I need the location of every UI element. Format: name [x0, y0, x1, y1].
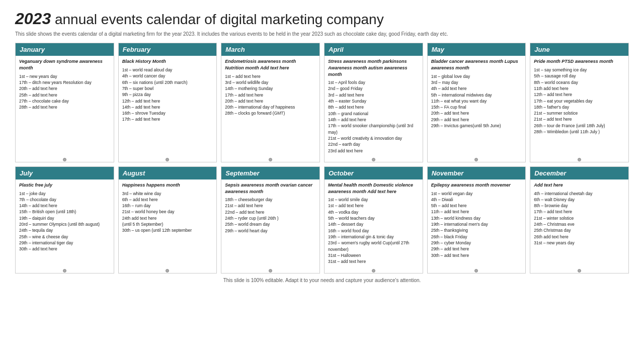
month-header: June	[530, 43, 628, 56]
month-header: November	[428, 167, 526, 179]
dot-row	[530, 156, 628, 162]
month-header: August	[119, 167, 217, 179]
month-events: 1st – global love day3rd – may day4th – …	[431, 73, 522, 129]
month-awareness: Add text here	[534, 182, 625, 189]
month-awareness: Pride month PTSD awareness month	[534, 58, 625, 65]
month-header: December	[530, 167, 628, 179]
month-awareness: Mental health month Domestic violence aw…	[328, 182, 419, 195]
month-card-april: AprilStress awareness month parkinsons A…	[324, 43, 423, 162]
month-header: February	[119, 43, 217, 56]
month-body: Black History Month1st – world read alou…	[119, 56, 217, 156]
month-awareness: Endometriosis awareness month Nutrition …	[225, 58, 316, 71]
month-events: 1st – add text here3rd – world wildlife …	[225, 73, 316, 117]
month-card-october: OctoberMental health month Domestic viol…	[324, 166, 423, 274]
month-body: Epilepsy awareness month movemer1st – wo…	[428, 179, 526, 267]
month-body: Mental health month Domestic violence aw…	[325, 179, 423, 267]
month-header: March	[221, 43, 319, 56]
month-awareness: Black History Month	[122, 58, 213, 65]
month-body: Plastic free july1st – joke day7th – cho…	[16, 179, 114, 267]
month-awareness: Epilepsy awareness month movemer	[431, 182, 522, 189]
month-card-march: MarchEndometriosis awareness month Nutri…	[221, 43, 320, 162]
dot-row	[16, 156, 114, 162]
month-card-may: MayBladder cancer awareness month Lupus …	[427, 43, 526, 162]
month-header: January	[16, 43, 114, 56]
month-events: 1st – say something ice day5th – sausage…	[534, 67, 625, 135]
dot-row	[221, 267, 319, 273]
month-card-november: NovemberEpilepsy awareness month movemer…	[427, 166, 526, 274]
month-body: Bladder cancer awareness month Lupus awa…	[428, 56, 526, 156]
month-header: May	[428, 43, 526, 56]
month-card-december: DecemberAdd text here4th – international…	[530, 166, 629, 274]
month-card-august: AugustHappiness happens month3rd – white…	[118, 166, 217, 274]
month-body: Happiness happens month3rd – white wine …	[119, 179, 217, 267]
month-body: Pride month PTSD awareness month1st – sa…	[530, 56, 628, 156]
month-body: Endometriosis awareness month Nutrition …	[221, 56, 319, 156]
month-header: September	[221, 167, 319, 179]
dot-icon	[166, 158, 169, 161]
dot-icon	[372, 269, 375, 273]
dot-row	[428, 267, 526, 273]
dot-row	[325, 267, 423, 273]
month-events: 1st – April fools day2nd – good Friday3r…	[328, 79, 419, 154]
month-awareness: Bladder cancer awareness month Lupus awa…	[431, 58, 522, 71]
dot-row	[119, 156, 217, 162]
dot-row	[428, 156, 526, 162]
dot-icon	[166, 269, 169, 273]
month-card-june: JunePride month PTSD awareness month1st …	[530, 43, 629, 162]
dot-icon	[474, 269, 478, 273]
month-header: April	[325, 43, 423, 56]
month-events: 1st – world smile day1st – add text here…	[328, 197, 419, 264]
dot-icon	[63, 269, 66, 273]
month-header: July	[16, 167, 114, 179]
month-events: 1st – world read aloud day4th – world ca…	[122, 67, 213, 123]
month-body: Sepsis awareness month ovarian cancer aw…	[221, 179, 319, 267]
dot-row	[16, 267, 114, 273]
dot-icon	[63, 158, 66, 161]
month-card-july: JulyPlastic free july1st – joke day7th –…	[15, 166, 114, 274]
calendar-grid: JanuaryVeganuary down syndrome awareness…	[15, 43, 629, 162]
month-awareness: Veganuary down syndrome awareness month	[19, 58, 110, 71]
dot-icon	[578, 269, 581, 273]
month-body: Stress awareness month parkinsons Awaren…	[325, 56, 423, 156]
month-body: Add text here4th – international cheetah…	[530, 179, 628, 267]
dot-icon	[578, 158, 581, 161]
dot-icon	[269, 158, 272, 161]
month-card-january: JanuaryVeganuary down syndrome awareness…	[15, 43, 114, 162]
month-awareness: Happiness happens month	[122, 182, 213, 189]
month-events: 1st – world vegan day4th – Diwali5th – a…	[431, 191, 522, 258]
month-awareness: Stress awareness month parkinsons Awaren…	[328, 58, 419, 77]
dot-icon	[372, 158, 375, 161]
month-events: 18th – cheeseburger day21st – add text h…	[225, 197, 316, 234]
month-awareness: Sepsis awareness month ovarian cancer aw…	[225, 182, 316, 195]
month-card-february: FebruaryBlack History Month1st – world r…	[118, 43, 217, 162]
month-awareness: Plastic free july	[19, 182, 110, 189]
month-events: 1st – joke day7th – chocolate day14th – …	[19, 191, 110, 252]
page-title: 2023 annual events calendar of digital m…	[15, 9, 629, 28]
month-card-september: SeptemberSepsis awareness month ovarian …	[221, 166, 320, 274]
dot-row	[325, 156, 423, 162]
calendar-grid-bottom: JulyPlastic free july1st – joke day7th –…	[15, 166, 629, 274]
month-events: 3rd – white wine day6th – add text here1…	[122, 191, 213, 234]
dot-icon	[474, 158, 478, 161]
dot-row	[221, 156, 319, 162]
dot-row	[119, 267, 217, 273]
dot-row	[530, 267, 628, 273]
month-events: 1st – new years day17th – ditch new year…	[19, 73, 110, 111]
subtitle: This slide shows the events calendar of …	[15, 31, 629, 37]
month-header: October	[325, 167, 423, 179]
month-events: 4th – international cheetah day6th – wal…	[534, 191, 625, 246]
month-body: Veganuary down syndrome awareness month1…	[16, 56, 114, 156]
dot-icon	[269, 269, 272, 273]
footer: This slide is 100% editable. Adapt it to…	[15, 278, 629, 283]
